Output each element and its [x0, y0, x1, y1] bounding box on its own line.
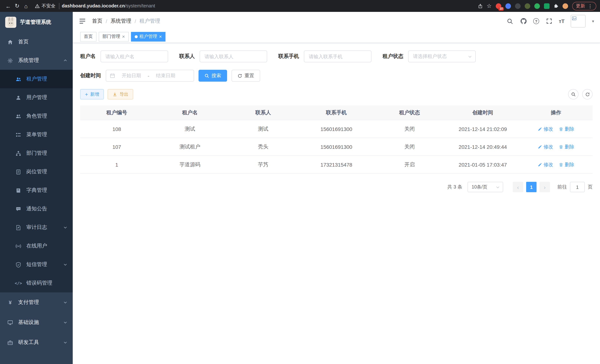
- sidebar-item-dict[interactable]: 字典管理: [0, 181, 73, 200]
- table-header-row: 租户编号 租户名 联系人 联系手机 租户状态 创建时间 操作: [80, 105, 593, 120]
- online-users-icon: [16, 243, 21, 249]
- contact-input[interactable]: [200, 50, 267, 62]
- logo[interactable]: 芋道管理系统: [0, 12, 73, 33]
- status-select[interactable]: 请选择租户状态: [408, 50, 476, 62]
- sidebar-item-tenant[interactable]: 租户管理: [0, 70, 73, 88]
- search-button[interactable]: 搜索: [198, 70, 227, 82]
- rabbit-avatar-icon: [5, 17, 16, 28]
- dept-tree-icon: [16, 150, 21, 156]
- sidebar-item-audit-log[interactable]: 审计日志: [0, 218, 73, 237]
- font-size-button[interactable]: тT: [559, 18, 564, 24]
- home-button[interactable]: ⌂: [21, 1, 30, 10]
- sidebar-item-payment[interactable]: ¥ 支付管理: [0, 292, 73, 312]
- sidebar-item-role[interactable]: 角色管理: [0, 107, 73, 125]
- chevron-down-icon: [63, 262, 67, 267]
- sidebar-item-user[interactable]: 用户管理: [0, 88, 73, 107]
- chevron-up-icon: [63, 58, 67, 63]
- back-button[interactable]: ←: [4, 1, 13, 10]
- help-button[interactable]: ?: [533, 18, 539, 24]
- url-text: dashboard.yudao.iocoder.cn/system/tenant: [62, 3, 155, 9]
- dict-book-icon: [16, 187, 21, 193]
- tenant-name-input[interactable]: [101, 50, 168, 62]
- browser-chrome: ← ↻ ⌂ 不安全 dashboard.yudao.iocoder.cn/sys…: [0, 0, 600, 12]
- search-button[interactable]: [506, 18, 514, 25]
- prev-page-button[interactable]: ‹: [513, 182, 523, 192]
- chevron-left-icon: ‹: [517, 184, 519, 190]
- edit-button[interactable]: 修改: [538, 143, 553, 150]
- roles-icon: [16, 113, 21, 119]
- delete-button[interactable]: 删除: [559, 161, 574, 168]
- address-bar[interactable]: 不安全 dashboard.yudao.iocoder.cn/system/te…: [35, 3, 478, 9]
- post-badge-icon: [16, 169, 21, 175]
- page-size-select[interactable]: 10条/页: [468, 182, 503, 192]
- sidebar-item-infra[interactable]: 基础设施: [0, 312, 73, 332]
- extension-olive-icon[interactable]: [525, 3, 530, 9]
- tab-dept[interactable]: 部门管理 ×: [99, 32, 129, 41]
- notice-chat-icon: [16, 206, 21, 212]
- sidebar-item-menu[interactable]: 菜单管理: [0, 125, 73, 144]
- reset-button[interactable]: 重置: [232, 70, 260, 82]
- edit-button[interactable]: 修改: [538, 126, 553, 132]
- sidebar-item-online-users[interactable]: 在线用户: [0, 237, 73, 255]
- update-button[interactable]: 更新 ⋮: [572, 2, 596, 10]
- refresh-table-button[interactable]: [582, 89, 593, 99]
- sidebar-item-system[interactable]: 系统管理: [0, 51, 73, 70]
- navbar: 首页 / 系统管理 / 租户管理 ?: [73, 12, 600, 30]
- next-page-button[interactable]: ›: [540, 182, 550, 192]
- github-link[interactable]: [520, 18, 527, 25]
- date-start-placeholder: 开始日期: [118, 72, 144, 79]
- tab-home[interactable]: 首页: [80, 32, 96, 41]
- reload-button[interactable]: ↻: [13, 1, 21, 10]
- site-security-chip[interactable]: 不安全: [35, 3, 59, 9]
- delete-button[interactable]: 删除: [559, 126, 574, 132]
- breadcrumb-home[interactable]: 首页: [92, 18, 103, 25]
- sidebar-item-dept[interactable]: 部门管理: [0, 144, 73, 162]
- date-end-placeholder: 结束日期: [153, 72, 179, 79]
- extension-green-circle-icon[interactable]: [534, 3, 540, 9]
- logo-image: [5, 17, 16, 28]
- user-avatar[interactable]: [571, 15, 586, 28]
- app-frame: 芋道管理系统 首页 系统管理 租户管理 用户管理: [0, 12, 600, 364]
- page-jump-input[interactable]: [570, 182, 585, 192]
- sidebar-item-notice[interactable]: 通知公告: [0, 200, 73, 218]
- sidebar-item-devtools[interactable]: 研发工具: [0, 332, 73, 353]
- extension-blue-icon[interactable]: [505, 3, 511, 9]
- share-icon[interactable]: [478, 3, 483, 9]
- sidebar-item-sms[interactable]: 短信管理: [0, 255, 73, 274]
- tab-tenant[interactable]: 租户管理 ×: [131, 32, 166, 41]
- toggle-search-button[interactable]: [568, 89, 579, 99]
- calendar-icon: [110, 73, 115, 78]
- bookmark-star-icon[interactable]: ☆: [487, 3, 492, 9]
- sidebar: 芋道管理系统 首页 系统管理 租户管理 用户管理: [0, 12, 73, 364]
- avatar-dropdown-caret-icon[interactable]: ▾: [592, 19, 594, 24]
- breadcrumb-system[interactable]: 系统管理: [111, 18, 131, 25]
- extension-green-square-icon[interactable]: [544, 3, 550, 9]
- breadcrumb-current: 租户管理: [140, 18, 160, 25]
- breadcrumb: 首页 / 系统管理 / 租户管理: [92, 18, 160, 25]
- sidebar-item-home[interactable]: 首页: [0, 33, 73, 51]
- extension-pink-icon[interactable]: 10: [496, 3, 501, 9]
- search-icon: [205, 73, 209, 78]
- page-content: 租户名 联系人 联系手机 租户状态 请选择租户状态: [73, 43, 600, 364]
- sidebar-toggle-icon[interactable]: [79, 18, 86, 25]
- phone-input[interactable]: [304, 50, 371, 62]
- puzzle-extensions-icon[interactable]: [554, 3, 558, 9]
- export-button[interactable]: 导出: [108, 89, 133, 99]
- sidebar-item-error-code[interactable]: </> 错误码管理: [0, 274, 73, 292]
- date-range-picker[interactable]: 开始日期 - 结束日期: [106, 70, 194, 82]
- refresh-icon: [237, 73, 242, 78]
- browser-actions: ☆ 10 更新 ⋮: [478, 2, 596, 10]
- sidebar-item-post[interactable]: 岗位管理: [0, 162, 73, 181]
- page-number-button[interactable]: 1: [526, 182, 536, 192]
- tenant-table: 租户编号 租户名 联系人 联系手机 租户状态 创建时间 操作 108 测试 测试…: [80, 105, 593, 174]
- edit-button[interactable]: 修改: [538, 161, 553, 168]
- profile-avatar-icon[interactable]: [562, 3, 568, 9]
- extension-dark-icon[interactable]: [515, 3, 521, 9]
- filter-create-time: 创建时间 开始日期 - 结束日期: [80, 70, 194, 82]
- fullscreen-button[interactable]: [545, 18, 553, 25]
- main-area: 首页 / 系统管理 / 租户管理 ?: [73, 12, 600, 364]
- delete-button[interactable]: 删除: [559, 143, 574, 150]
- add-button[interactable]: + 新增: [80, 89, 104, 99]
- close-icon[interactable]: ×: [159, 34, 162, 39]
- close-icon[interactable]: ×: [122, 34, 125, 39]
